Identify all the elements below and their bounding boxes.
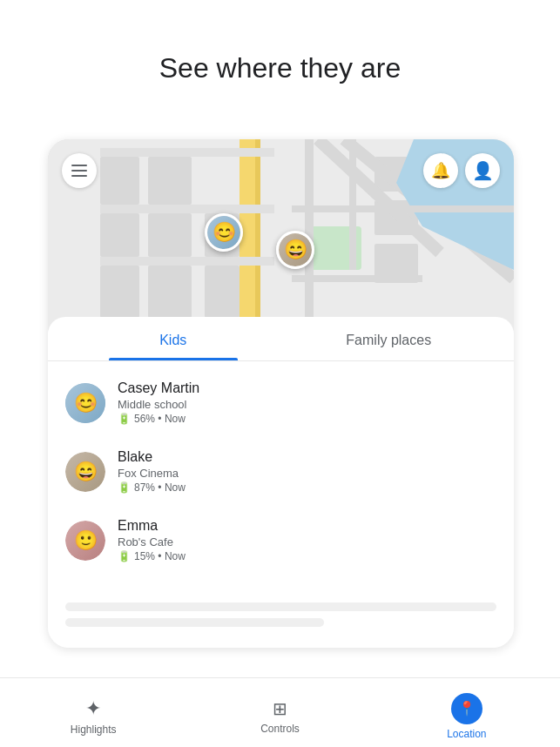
- blake-info: Blake Fox Cinema 🔋 87% • Now: [118, 449, 496, 494]
- svg-rect-3: [100, 213, 139, 257]
- map-menu-button[interactable]: [62, 153, 97, 188]
- tab-family-places[interactable]: Family places: [281, 317, 497, 360]
- svg-rect-15: [255, 139, 260, 331]
- casey-name: Casey Martin: [118, 380, 496, 396]
- blake-name: Blake: [118, 449, 496, 465]
- svg-rect-7: [148, 266, 192, 318]
- bottom-nav: ✦ Highlights ⊞ Controls 📍 Location: [0, 677, 560, 747]
- svg-rect-17: [100, 257, 274, 266]
- svg-rect-5: [148, 157, 192, 205]
- placeholder-line-short: [65, 618, 324, 627]
- map-top-right-controls: 🔔 👤: [423, 153, 500, 188]
- profile-icon: 👤: [472, 160, 494, 181]
- svg-rect-18: [100, 148, 274, 157]
- map-area: 🔔 👤 😊 😄: [48, 139, 514, 331]
- list-item[interactable]: 😄 Blake Fox Cinema 🔋 87% • Now: [48, 437, 514, 506]
- blake-location: Fox Cinema: [118, 467, 496, 480]
- location-pin-icon: 📍: [451, 693, 482, 724]
- member-list: 😊 Casey Martin Middle school 🔋 56% • Now: [48, 361, 514, 589]
- svg-rect-6: [148, 213, 192, 257]
- blake-battery: 🔋 87% • Now: [118, 481, 496, 494]
- hamburger-icon: [71, 165, 87, 177]
- nav-highlights[interactable]: ✦ Highlights: [0, 690, 186, 736]
- svg-rect-16: [100, 205, 274, 213]
- controls-label: Controls: [260, 723, 300, 735]
- casey-location: Middle school: [118, 398, 496, 411]
- map-marker-casey[interactable]: 😊: [205, 213, 243, 252]
- highlights-label: Highlights: [71, 723, 117, 736]
- below-card-preview: [48, 589, 514, 648]
- blake-avatar-map: 😄: [279, 233, 312, 266]
- placeholder-line: [65, 602, 496, 611]
- profile-button[interactable]: 👤: [465, 153, 500, 188]
- svg-rect-4: [100, 266, 139, 318]
- battery-icon: 🔋: [118, 481, 131, 494]
- casey-battery: 🔋 56% • Now: [118, 413, 496, 425]
- emma-name: Emma: [118, 518, 496, 534]
- emma-avatar: 🙂: [65, 521, 105, 561]
- battery-icon: 🔋: [118, 413, 131, 425]
- emma-info: Emma Rob's Cafe 🔋 15% • Now: [118, 518, 496, 562]
- tab-kids[interactable]: Kids: [65, 317, 281, 360]
- list-item[interactable]: 😊 Casey Martin Middle school 🔋 56% • Now: [48, 368, 514, 437]
- bell-icon: 🔔: [431, 161, 450, 180]
- controls-icon: ⊞: [273, 698, 287, 719]
- tabs-row: Kids Family places: [48, 317, 514, 361]
- phone-container: 🔔 👤 😊 😄 Kids Family places: [48, 139, 514, 648]
- nav-controls[interactable]: ⊞ Controls: [186, 691, 373, 735]
- casey-avatar-map: 😊: [207, 216, 240, 249]
- svg-rect-2: [100, 157, 139, 205]
- notification-button[interactable]: 🔔: [423, 153, 458, 188]
- map-marker-blake[interactable]: 😄: [276, 231, 314, 269]
- emma-location: Rob's Cafe: [118, 535, 496, 548]
- nav-location[interactable]: 📍 Location: [374, 686, 560, 740]
- page-title: See where they are: [0, 0, 560, 102]
- blake-avatar: 😄: [65, 452, 105, 492]
- list-item[interactable]: 🙂 Emma Rob's Cafe 🔋 15% • Now: [48, 506, 514, 575]
- emma-battery: 🔋 15% • Now: [118, 550, 496, 562]
- battery-icon: 🔋: [118, 550, 131, 562]
- svg-rect-9: [205, 266, 240, 318]
- bottom-card: Kids Family places 😊 Casey Martin Middle…: [48, 317, 514, 648]
- highlights-icon: ✦: [85, 697, 101, 720]
- location-label: Location: [447, 728, 486, 740]
- casey-avatar: 😊: [65, 383, 105, 423]
- casey-info: Casey Martin Middle school 🔋 56% • Now: [118, 380, 496, 425]
